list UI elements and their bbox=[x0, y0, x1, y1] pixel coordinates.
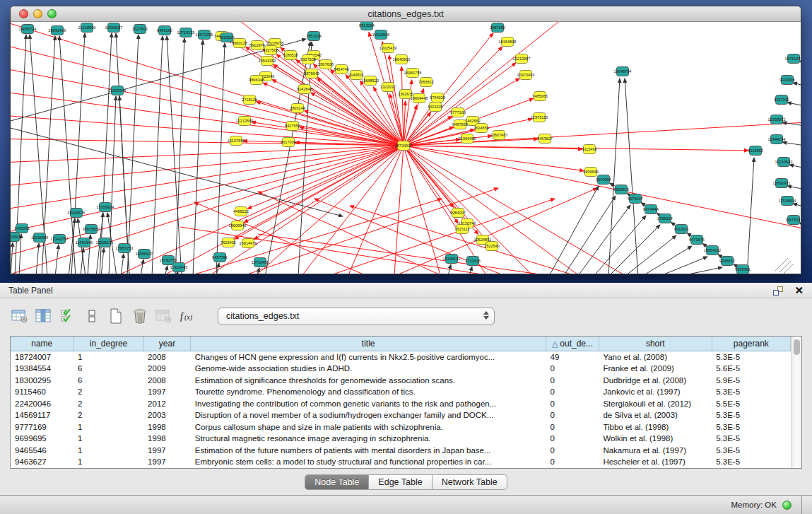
graph-node[interactable]: 8958923 bbox=[613, 185, 629, 194]
graph-node[interactable]: 10654112 bbox=[704, 246, 721, 255]
graph-node[interactable]: 2867608 bbox=[318, 60, 334, 69]
graph-node[interactable]: 12975115 bbox=[531, 113, 548, 122]
graph-node[interactable]: 1435061 bbox=[14, 224, 30, 233]
graph-node[interactable]: 8186528 bbox=[283, 51, 298, 60]
graph-node[interactable]: 9474444 bbox=[643, 205, 659, 214]
table-row[interactable]: 946362711997Embryonic stem cells: a mode… bbox=[11, 456, 791, 468]
graph-node[interactable]: 15688520 bbox=[362, 76, 379, 86]
table-row[interactable]: 946554611997Estimation of the future num… bbox=[11, 445, 791, 457]
graph-node[interactable]: 10719135 bbox=[177, 28, 195, 37]
table-row[interactable]: 977716911998Corpus callosum shape and si… bbox=[11, 421, 791, 433]
graph-node[interactable]: 16210643 bbox=[775, 158, 793, 167]
column-header-title[interactable]: title bbox=[191, 337, 546, 351]
graph-node[interactable]: 8471676 bbox=[689, 235, 705, 245]
graph-node[interactable]: 6679197 bbox=[628, 194, 643, 204]
close-window-button[interactable] bbox=[19, 9, 28, 18]
vertical-scrollbar[interactable] bbox=[791, 337, 801, 468]
graph-node[interactable]: 13325419 bbox=[379, 44, 397, 53]
column-header-pagerank[interactable]: pagerank bbox=[712, 337, 790, 351]
graph-node[interactable]: 13505135 bbox=[96, 238, 114, 247]
graph-node[interactable]: 9245652 bbox=[719, 257, 735, 266]
float-panel-icon[interactable] bbox=[773, 286, 783, 296]
column-header-out_de[interactable]: △out_de... bbox=[546, 337, 599, 351]
graph-node[interactable]: 17957253 bbox=[116, 244, 134, 253]
graph-node[interactable]: 21053346 bbox=[109, 86, 126, 95]
graph-node[interactable]: 17016504 bbox=[779, 197, 796, 206]
table-row[interactable]: 1830029562008Estimation of significance … bbox=[11, 375, 791, 387]
graph-node[interactable]: 9896348 bbox=[249, 76, 264, 85]
graph-node[interactable]: 12093872 bbox=[768, 115, 786, 124]
graph-node[interactable]: 16648794 bbox=[614, 67, 632, 76]
graph-node[interactable]: 6794028 bbox=[430, 93, 445, 103]
scrollbar-thumb[interactable] bbox=[794, 339, 800, 355]
graph-node[interactable]: 7815526 bbox=[219, 33, 235, 42]
tab-network-table[interactable]: Network Table bbox=[433, 474, 507, 490]
graph-node[interactable]: 9699695 bbox=[583, 168, 599, 177]
graph-node[interactable]: 9129996 bbox=[779, 76, 795, 85]
table-row[interactable]: 1872400712008Changes of HCN gene express… bbox=[11, 351, 791, 363]
graph-node[interactable]: 3875645 bbox=[304, 69, 319, 78]
table-row[interactable]: 2242004622012Investigating the contribut… bbox=[11, 398, 791, 410]
graph-node[interactable]: 12213589 bbox=[236, 117, 254, 126]
table-row[interactable]: 911546021997Tourette syndrome. Phenomeno… bbox=[11, 386, 791, 398]
graph-node[interactable]: 18724007 bbox=[395, 141, 413, 151]
graph-node[interactable]: 1640954 bbox=[596, 175, 611, 185]
tab-edge-table[interactable]: Edge Table bbox=[369, 474, 432, 490]
graph-node[interactable]: 9777169 bbox=[450, 108, 466, 117]
graph-node[interactable]: 16958107 bbox=[136, 250, 153, 259]
graph-node[interactable]: 10807487 bbox=[490, 131, 508, 140]
graph-node[interactable]: 2803144 bbox=[290, 104, 305, 113]
graph-node[interactable]: 16107558 bbox=[228, 136, 245, 146]
graph-node[interactable]: 9463627 bbox=[537, 134, 553, 144]
new-document-icon[interactable] bbox=[106, 307, 126, 325]
window-titlebar[interactable]: citations_edges.txt bbox=[11, 6, 801, 22]
graph-node[interactable]: 1322037 bbox=[380, 83, 396, 92]
graph-node[interactable]: 9359361 bbox=[735, 265, 751, 274]
column-header-year[interactable]: year bbox=[143, 337, 191, 351]
table-settings-icon[interactable] bbox=[10, 307, 30, 325]
graph-node[interactable]: 12213987 bbox=[513, 54, 531, 64]
graph-node[interactable]: 8960128 bbox=[232, 39, 247, 48]
graph-node[interactable]: 2522540 bbox=[484, 242, 500, 251]
graph-node[interactable]: 9457791 bbox=[212, 253, 228, 262]
graph-node[interactable]: 11156869 bbox=[31, 233, 48, 243]
graph-node[interactable]: 10653257 bbox=[105, 23, 123, 33]
graph-node[interactable]: 17359924 bbox=[97, 203, 114, 212]
column-check-icon[interactable] bbox=[58, 307, 78, 325]
graph-node[interactable]: 7625402 bbox=[220, 238, 236, 247]
graph-node[interactable]: 16671355 bbox=[196, 30, 213, 40]
graph-node[interactable]: 12444194 bbox=[768, 135, 786, 144]
graph-node[interactable]: 11451946 bbox=[76, 238, 93, 247]
table-row[interactable]: 1938455462009Genome-wide association stu… bbox=[11, 363, 791, 375]
column-header-name[interactable]: name bbox=[11, 337, 73, 351]
column-header-short[interactable]: short bbox=[599, 337, 712, 351]
graph-node[interactable]: 2718126 bbox=[242, 95, 257, 105]
graph-node[interactable]: 7955812 bbox=[418, 78, 434, 87]
graph-node[interactable]: 11675311 bbox=[785, 216, 801, 225]
graph-node[interactable]: 7485065 bbox=[532, 92, 548, 101]
graph-node[interactable]: 30975887 bbox=[83, 225, 100, 234]
graph-node[interactable]: 20206576 bbox=[68, 209, 86, 218]
column-header-in_degree[interactable]: in_degree bbox=[73, 337, 143, 351]
graph-node[interactable]: 21364486 bbox=[459, 134, 476, 144]
graph-node[interactable]: 14136141 bbox=[443, 255, 461, 264]
graph-node[interactable]: 8427552 bbox=[285, 122, 300, 131]
graph-node[interactable]: 16961758 bbox=[404, 69, 422, 78]
graph-node[interactable]: 9115460 bbox=[582, 145, 596, 154]
graph-node[interactable]: 15716485 bbox=[252, 258, 269, 267]
graph-node[interactable]: 12342757 bbox=[51, 235, 69, 244]
graph-node[interactable]: 8215953 bbox=[748, 146, 763, 156]
network-graph[interactable]: 1872400774638228960128891297415226058932… bbox=[11, 22, 801, 274]
graph-node[interactable]: 3624554 bbox=[473, 124, 489, 133]
rows-icon[interactable] bbox=[82, 307, 102, 325]
graph-node[interactable]: 8813054 bbox=[359, 22, 375, 30]
graph-node[interactable]: 3915911 bbox=[11, 233, 21, 242]
graph-node[interactable]: 15609948 bbox=[229, 221, 247, 230]
graph-node[interactable]: 18640910 bbox=[393, 55, 411, 64]
graph-node[interactable]: 8454749 bbox=[334, 65, 349, 74]
graph-node[interactable]: 16154808 bbox=[499, 37, 517, 47]
graph-node[interactable]: 21218506 bbox=[78, 23, 96, 33]
graph-node[interactable]: 7632621 bbox=[673, 225, 689, 234]
graph-node[interactable]: 1621022 bbox=[428, 103, 443, 112]
graph-node[interactable]: 24055724 bbox=[19, 25, 37, 34]
